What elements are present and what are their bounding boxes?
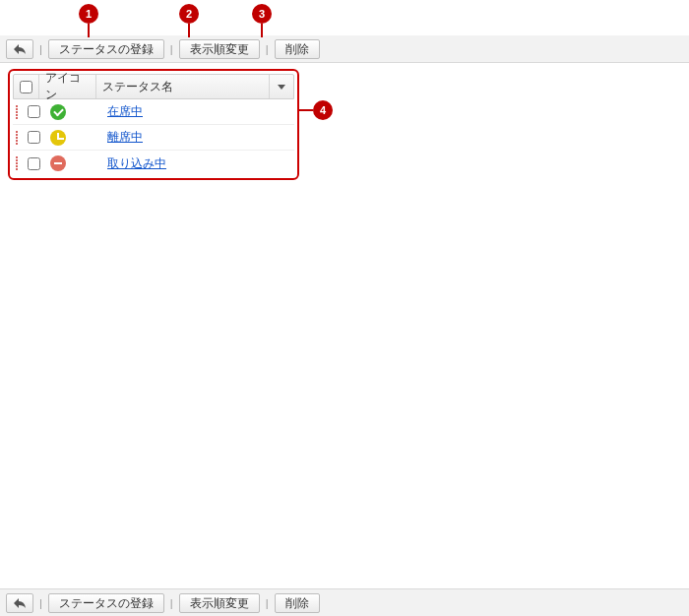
callout-line-1 [88,24,90,37]
row-icon-cell [46,155,103,171]
toolbar-top: | ステータスの登録 | 表示順変更 | 削除 [0,35,689,63]
reorder-button[interactable]: 表示順変更 [179,39,260,59]
register-status-button-bottom[interactable]: ステータスの登録 [48,593,164,613]
callout-badge-1: 1 [79,4,98,24]
table-row: 在席中 [13,99,294,125]
grid-header: アイコン ステータス名 [13,74,294,99]
content-area: アイコン ステータス名 在席中 離席中 [0,63,689,588]
status-away-icon [50,130,66,146]
select-all-checkbox[interactable] [20,81,32,93]
toolbar-separator: | [168,597,175,609]
delete-button-bottom[interactable]: 削除 [275,593,320,613]
callout-badge-3: 3 [252,4,272,24]
drag-handle[interactable] [13,125,21,150]
delete-button[interactable]: 削除 [275,39,320,59]
row-icon-cell [46,104,103,120]
callout-badge-2: 2 [179,4,199,24]
row-checkbox[interactable] [28,131,40,144]
drag-handle[interactable] [13,99,21,124]
table-row: 離席中 [13,125,294,151]
header-checkbox-cell [14,75,39,98]
toolbar-separator: | [264,43,271,55]
table-row: 取り込み中 [13,151,294,176]
status-name-link[interactable]: 取り込み中 [107,156,166,170]
back-arrow-icon [14,44,26,54]
back-button[interactable] [6,39,33,59]
row-checkbox[interactable] [28,157,40,170]
status-available-icon [50,104,66,120]
toolbar-separator: | [168,43,175,55]
callout-badge-4: 4 [313,100,333,120]
toolbar-bottom: | ステータスの登録 | 表示順変更 | 削除 [0,588,689,616]
status-name-link[interactable]: 離席中 [107,130,143,144]
toolbar-separator: | [264,597,271,609]
header-dropdown[interactable] [270,75,293,98]
drag-handle[interactable] [13,151,21,176]
callout-line-2 [188,24,190,37]
header-name-cell[interactable]: ステータス名 [96,75,270,98]
callout-line-3 [261,24,263,37]
toolbar-separator: | [37,597,44,609]
status-busy-icon [50,155,66,171]
toolbar-separator: | [37,43,44,55]
reorder-button-bottom[interactable]: 表示順変更 [179,593,260,613]
back-arrow-icon [14,598,26,608]
status-table-highlight: アイコン ステータス名 在席中 離席中 [8,69,299,180]
row-icon-cell [46,130,103,146]
chevron-down-icon [278,85,285,90]
status-name-link[interactable]: 在席中 [107,104,143,118]
back-button-bottom[interactable] [6,593,33,613]
header-icon-cell[interactable]: アイコン [39,75,96,98]
register-status-button[interactable]: ステータスの登録 [48,39,164,59]
row-checkbox[interactable] [28,105,40,118]
callout-line-4 [299,109,313,111]
